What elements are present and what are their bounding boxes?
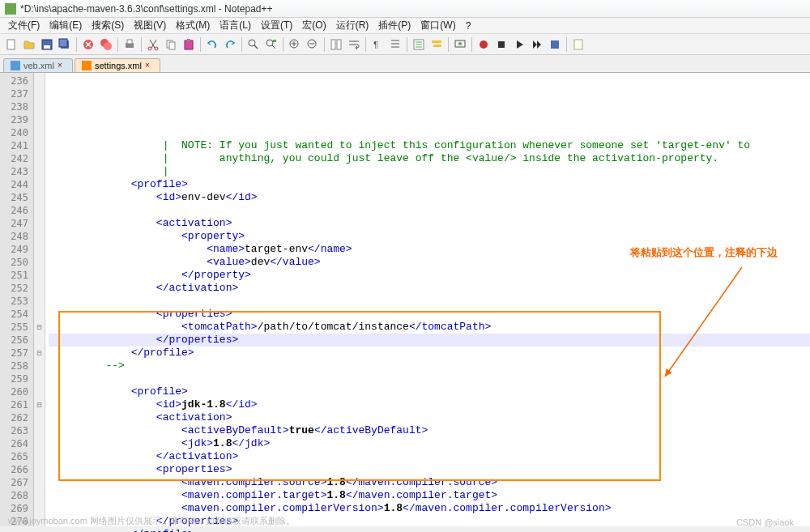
- tab-close-icon[interactable]: ×: [58, 62, 66, 70]
- new-file-icon[interactable]: [3, 36, 19, 53]
- fold-marker[interactable]: ⊟: [34, 398, 45, 411]
- cut-icon[interactable]: [145, 36, 161, 53]
- replace-icon[interactable]: [263, 36, 279, 53]
- code-token-tag: <maven.compiler.source>: [181, 476, 326, 488]
- code-line[interactable]: <profile>: [49, 385, 810, 398]
- code-line[interactable]: | NOTE: If you just wanted to inject thi…: [49, 139, 810, 152]
- play-icon[interactable]: [511, 36, 527, 53]
- code-token-tag: </value>: [270, 256, 320, 268]
- doc-map-icon[interactable]: [570, 36, 586, 53]
- line-number: 259: [5, 372, 28, 385]
- code-token-plain: env-dev: [181, 191, 226, 203]
- code-line[interactable]: </profile>: [49, 528, 810, 532]
- print-icon[interactable]: [122, 36, 138, 53]
- code-line[interactable]: [49, 372, 810, 385]
- code-token-tag: <property>: [181, 230, 245, 242]
- code-line[interactable]: <property>: [49, 230, 810, 243]
- close-all-icon[interactable]: [98, 36, 114, 53]
- zoom-in-icon[interactable]: [287, 36, 303, 53]
- code-token-tag: <id>: [156, 191, 181, 203]
- line-number: 269: [5, 502, 28, 515]
- code-line[interactable]: <activation>: [49, 411, 810, 424]
- line-number: 263: [5, 424, 28, 437]
- paste-icon[interactable]: [181, 36, 197, 53]
- code-line[interactable]: | anything, you could just leave off the…: [49, 152, 810, 165]
- code-line[interactable]: <id>env-dev</id>: [49, 191, 810, 204]
- tab-veb-xml[interactable]: veb.xml×: [3, 58, 73, 72]
- code-line[interactable]: <maven.compiler.source>1.8</maven.compil…: [49, 476, 810, 489]
- menu-item-9[interactable]: 插件(P): [373, 19, 416, 32]
- code-line[interactable]: <properties>: [49, 463, 810, 476]
- redo-icon[interactable]: [222, 36, 238, 53]
- sync-scroll-icon[interactable]: [328, 36, 344, 53]
- menu-item-6[interactable]: 设置(T): [256, 19, 297, 32]
- code-line[interactable]: <properties>: [49, 308, 810, 321]
- menu-item-4[interactable]: 格式(M): [171, 19, 215, 32]
- record-icon[interactable]: [475, 36, 492, 53]
- undo-icon[interactable]: [204, 36, 220, 53]
- show-symbols-icon[interactable]: ¶: [369, 36, 386, 53]
- tab-close-icon[interactable]: ×: [145, 62, 153, 70]
- copy-icon[interactable]: [163, 36, 179, 53]
- code-area[interactable]: 将粘贴到这个位置，注释的下边 | NOTE: If you just wante…: [45, 73, 810, 526]
- function-list-icon[interactable]: [411, 36, 427, 53]
- code-line[interactable]: </property>: [49, 269, 810, 282]
- code-line[interactable]: [49, 204, 810, 217]
- toolbar-separator: [566, 37, 567, 52]
- save-all-icon[interactable]: [57, 36, 73, 53]
- find-icon[interactable]: [245, 36, 262, 53]
- code-token-plain: target-env: [245, 243, 308, 255]
- code-line[interactable]: <activation>: [49, 217, 810, 230]
- menu-item-1[interactable]: 编辑(E): [45, 19, 87, 32]
- code-line[interactable]: </activation>: [49, 282, 810, 295]
- open-file-icon[interactable]: [21, 36, 37, 53]
- code-token-tag: <maven.compiler.target>: [181, 489, 326, 501]
- word-wrap-icon[interactable]: [346, 36, 362, 53]
- svg-point-7: [104, 42, 112, 50]
- code-line[interactable]: <activeByDefault>true</activeByDefault>: [49, 424, 810, 437]
- code-token-tag: </properties>: [156, 334, 238, 346]
- save-icon[interactable]: [39, 36, 55, 53]
- line-number: 254: [5, 308, 28, 321]
- menu-item-10[interactable]: 窗口(W): [416, 19, 460, 32]
- stop-icon[interactable]: [493, 36, 509, 53]
- svg-point-17: [266, 40, 273, 46]
- code-line[interactable]: |: [49, 165, 810, 178]
- code-line[interactable]: <tomcatPath>/path/to/tomcat/instance</to…: [49, 321, 810, 334]
- line-number: 267: [5, 476, 28, 489]
- code-line[interactable]: </activation>: [49, 450, 810, 463]
- menu-item-11[interactable]: ?: [461, 20, 476, 32]
- code-line[interactable]: <maven.compiler.target>1.8</maven.compil…: [49, 489, 810, 502]
- code-token-comment: -->: [105, 360, 124, 372]
- code-line[interactable]: [49, 295, 810, 308]
- fold-marker: [34, 450, 45, 463]
- line-number: 238: [5, 100, 28, 113]
- fold-marker: [34, 243, 45, 256]
- code-line[interactable]: </profile>: [49, 347, 810, 360]
- indent-guide-icon[interactable]: [387, 36, 403, 53]
- fast-forward-icon[interactable]: [529, 36, 545, 53]
- tab-settings-xml[interactable]: settings.xml×: [75, 58, 160, 72]
- menu-item-0[interactable]: 文件(F): [3, 19, 45, 32]
- menu-item-5[interactable]: 语言(L): [215, 19, 256, 32]
- menu-item-2[interactable]: 搜索(S): [87, 19, 129, 32]
- close-icon[interactable]: [80, 36, 96, 53]
- fold-marker[interactable]: ⊟: [34, 347, 45, 360]
- monitor-icon[interactable]: [452, 36, 468, 53]
- fold-marker[interactable]: ⊟: [34, 321, 45, 334]
- code-line[interactable]: </properties>: [49, 334, 810, 347]
- toolbar-separator: [76, 37, 77, 52]
- code-line[interactable]: <profile>: [49, 178, 810, 191]
- menu-item-7[interactable]: 宏(O): [297, 19, 330, 32]
- code-line[interactable]: <jdk>1.8</jdk>: [49, 437, 810, 450]
- line-number: 242: [5, 152, 28, 165]
- menu-item-3[interactable]: 视图(V): [129, 19, 171, 32]
- code-line[interactable]: -->: [49, 360, 810, 372]
- save-macro-icon[interactable]: [547, 36, 563, 53]
- code-line[interactable]: <id>jdk-1.8</id>: [49, 398, 810, 411]
- zoom-out-icon[interactable]: [305, 36, 321, 53]
- menu-item-8[interactable]: 运行(R): [331, 19, 374, 32]
- code-line[interactable]: <maven.compiler.compilerVersion>1.8</mav…: [49, 502, 810, 515]
- folder-tree-icon[interactable]: [428, 36, 445, 53]
- file-icon: [11, 61, 20, 70]
